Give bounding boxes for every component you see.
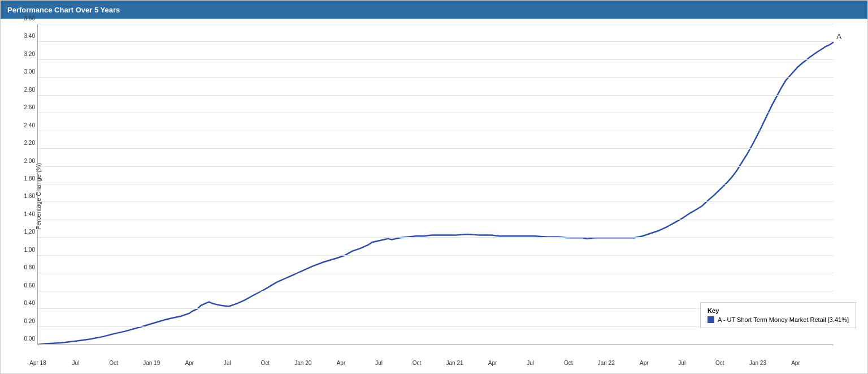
grid-line-h [38, 77, 834, 78]
y-tick-label: 3.60 [24, 15, 35, 22]
y-tick-label: 1.00 [24, 246, 35, 252]
y-tick-label: 2.20 [24, 140, 35, 146]
point-a-label: A [836, 33, 841, 41]
y-tick-label: 0.00 [24, 336, 35, 342]
y-tick-label: 1.60 [24, 193, 35, 199]
y-tick-label: 3.40 [24, 33, 35, 39]
x-tick-label: Jan 21 [446, 360, 463, 366]
line-chart-svg: A [38, 24, 834, 345]
x-tick-label: Apr [337, 360, 346, 366]
grid-line-h [38, 273, 834, 273]
chart-body: Percentage Change (%) A 0.000.200.400.60… [1, 19, 867, 373]
x-tick-label: Apr [640, 360, 649, 366]
y-tick-label: 1.80 [24, 175, 35, 182]
x-tick-label: Oct [109, 360, 118, 366]
key-item-label: A - UT Short Term Money Market Retail [3… [718, 316, 849, 323]
chart-header: Performance Chart Over 5 Years [1, 1, 867, 19]
x-tick-label: Oct [564, 360, 573, 366]
key-title: Key [708, 307, 849, 314]
grid-line-h [38, 113, 834, 113]
grid-line-h [38, 201, 834, 202]
y-tick-label: 0.60 [24, 282, 35, 288]
key-box: Key A - UT Short Term Money Market Retai… [700, 302, 856, 328]
y-tick-label: 0.80 [24, 264, 35, 270]
key-item: A - UT Short Term Money Market Retail [3… [708, 316, 849, 323]
x-tick-label: Jan 23 [749, 360, 766, 366]
grid-line-h [38, 41, 834, 42]
x-tick-label: Oct [261, 360, 270, 366]
y-tick-label: 3.20 [24, 50, 35, 57]
chart-area: A 0.000.200.400.600.801.001.201.401.601.… [37, 24, 834, 345]
chart-container: Performance Chart Over 5 Years Percentag… [0, 0, 868, 374]
y-tick-label: 2.60 [24, 104, 35, 110]
x-tick-label: Jul [678, 360, 685, 366]
x-tick-label: Apr 18 [29, 360, 46, 366]
y-tick-label: 2.40 [24, 122, 35, 128]
grid-line-h [38, 344, 834, 345]
grid-line-h [38, 220, 834, 220]
grid-line-h [38, 95, 834, 96]
key-color-swatch [708, 316, 714, 323]
x-tick-label: Oct [715, 360, 724, 366]
y-tick-label: 0.40 [24, 300, 35, 306]
y-tick-label: 1.20 [24, 229, 35, 235]
chart-title: Performance Chart Over 5 Years [7, 6, 120, 14]
x-tick-label: Apr [185, 360, 194, 366]
x-tick-label: Jan 20 [294, 360, 311, 366]
x-tick-label: Jul [72, 360, 80, 366]
performance-line [38, 42, 834, 345]
x-tick-label: Jan 22 [598, 360, 615, 366]
grid-line-h [38, 24, 834, 24]
grid-line-h [38, 131, 834, 131]
x-tick-label: Jan 19 [143, 360, 160, 366]
y-tick-label: 2.00 [24, 157, 35, 164]
x-tick-label: Jul [375, 360, 383, 366]
grid-line-h [38, 291, 834, 291]
grid-line-h [38, 166, 834, 167]
y-tick-label: 1.40 [24, 210, 35, 217]
x-tick-label: Oct [413, 360, 422, 366]
grid-line-h [38, 237, 834, 238]
y-tick-label: 2.80 [24, 86, 35, 92]
grid-line-h [38, 59, 834, 60]
x-tick-label: Apr [488, 360, 497, 366]
x-tick-label: Jul [527, 360, 534, 366]
y-tick-label: 3.00 [24, 68, 35, 75]
grid-line-h [38, 148, 834, 149]
y-tick-label: 0.20 [24, 317, 35, 324]
grid-line-h [38, 255, 834, 256]
grid-line-h [38, 184, 834, 184]
x-tick-label: Apr [791, 360, 800, 366]
x-tick-label: Jul [224, 360, 231, 366]
